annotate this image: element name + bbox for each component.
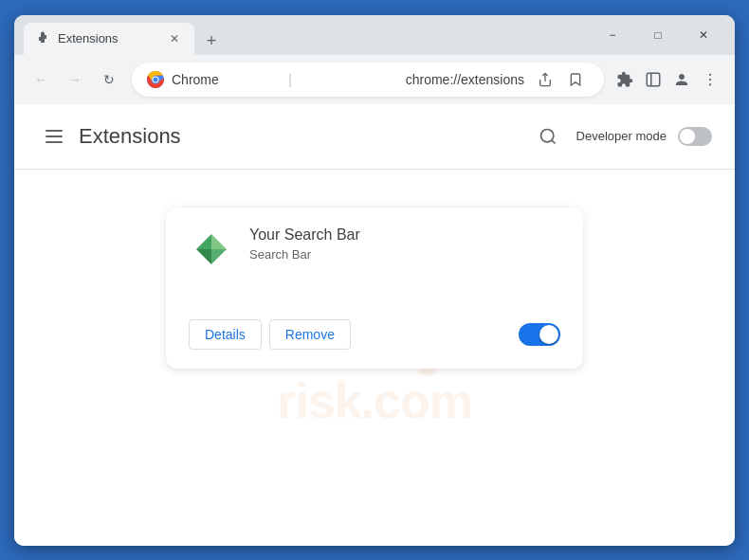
profile-icon[interactable] (668, 66, 695, 93)
svg-point-2 (154, 77, 158, 81)
extensions-header: Extensions Developer mode (14, 104, 735, 170)
svg-line-10 (551, 139, 555, 143)
toolbar-icons (612, 66, 723, 93)
active-tab[interactable]: Extensions ✕ (24, 23, 194, 55)
extensions-content: Your Search Bar Search Bar Details Remov… (14, 170, 735, 546)
close-button[interactable]: ✕ (682, 20, 725, 50)
new-tab-button[interactable]: + (198, 28, 225, 55)
extension-toggle[interactable] (519, 323, 560, 346)
tab-title: Extensions (58, 31, 158, 45)
title-bar: Extensions ✕ + − □ ✕ (14, 15, 735, 55)
site-name: Chrome (172, 72, 281, 87)
extension-info: Your Search Bar Search Bar (249, 226, 560, 262)
extension-description: Search Bar (249, 247, 560, 262)
page-title: Extensions (79, 124, 531, 149)
developer-mode-toggle[interactable] (678, 127, 712, 146)
tab-area: Extensions ✕ + (24, 15, 591, 55)
remove-button[interactable]: Remove (269, 319, 351, 350)
back-button[interactable]: ← (26, 64, 56, 95)
extension-card: Your Search Bar Search Bar Details Remov… (166, 208, 583, 369)
svg-point-7 (709, 78, 711, 80)
tab-close-button[interactable]: ✕ (166, 30, 183, 47)
share-icon[interactable] (532, 66, 558, 93)
browser-window: Extensions ✕ + − □ ✕ ← → ↻ (14, 15, 735, 546)
toggle-thumb (680, 129, 695, 144)
svg-point-9 (540, 129, 553, 141)
maximize-button[interactable]: □ (636, 20, 680, 50)
refresh-button[interactable]: ↻ (94, 64, 124, 95)
menu-icon[interactable] (697, 66, 723, 93)
details-button[interactable]: Details (189, 319, 262, 350)
hamburger-menu-button[interactable] (37, 119, 71, 154)
url-text: chrome://extensions (406, 72, 524, 87)
search-button[interactable] (531, 119, 565, 154)
hamburger-icon (46, 130, 63, 143)
address-separator: | (288, 72, 397, 87)
card-bottom: Details Remove (189, 319, 560, 350)
extension-toggle-thumb (539, 325, 558, 344)
forward-button[interactable]: → (60, 64, 90, 95)
sidebar-icon[interactable] (640, 66, 667, 93)
extension-icon (189, 226, 234, 272)
header-right: Developer mode (531, 119, 712, 154)
minimize-button[interactable]: − (591, 20, 634, 50)
extensions-icon[interactable] (612, 66, 638, 93)
bookmark-icon[interactable] (562, 66, 589, 93)
chrome-logo-icon (147, 71, 164, 88)
window-controls: − □ ✕ (591, 20, 725, 50)
address-icons (532, 66, 589, 93)
address-bar: ← → ↻ Chrome | chrome://extensions (14, 55, 735, 104)
developer-mode-label: Developer mode (576, 129, 667, 143)
address-field[interactable]: Chrome | chrome://extensions (132, 63, 604, 97)
card-top: Your Search Bar Search Bar (189, 226, 560, 272)
main-content: risk.com Extensions Devel (14, 104, 735, 546)
extension-icon (35, 31, 50, 46)
svg-point-6 (709, 73, 711, 75)
extension-name: Your Search Bar (249, 226, 560, 244)
svg-rect-4 (647, 73, 660, 86)
svg-point-8 (709, 83, 711, 85)
